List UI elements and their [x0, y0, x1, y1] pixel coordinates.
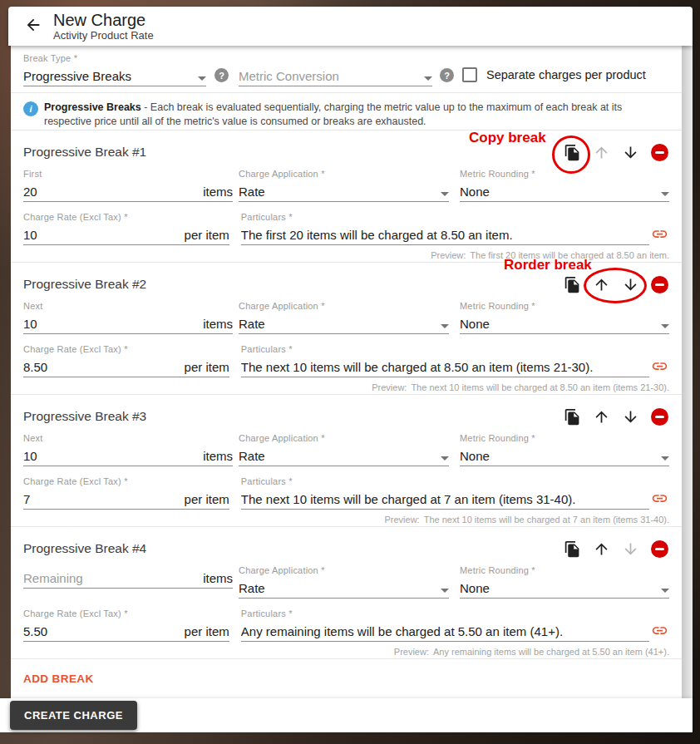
copy-break-button[interactable] [562, 406, 582, 426]
metric-conversion-field: Metric Conversion [239, 53, 432, 86]
link-icon [651, 225, 668, 243]
break-type-help-icon[interactable]: ? [214, 68, 229, 82]
chevron-down-icon [424, 76, 432, 81]
preview-text: Preview:The first 20 items will be charg… [23, 250, 669, 260]
add-break-button[interactable]: ADD BREAK [23, 673, 94, 685]
scrollbar-track[interactable] [682, 46, 693, 698]
arrow-up-icon [593, 540, 610, 558]
separate-charges-checkbox[interactable] [462, 67, 477, 82]
charge-application-select[interactable]: Rate [239, 580, 449, 599]
page-title: New Charge [53, 11, 154, 29]
per-item-suffix: per item [185, 492, 229, 506]
metric-rounding-value: None [460, 449, 490, 463]
link-particulars-button[interactable] [649, 357, 669, 375]
metric-rounding-value: None [460, 185, 490, 199]
info-icon: i [23, 101, 38, 116]
metric-conversion-select[interactable]: Metric Conversion [239, 68, 432, 86]
metric-rounding-value: None [460, 317, 490, 331]
move-break-up-button[interactable] [591, 142, 611, 162]
remove-circle-icon [651, 144, 668, 161]
break-title: Progressive Break #3 [23, 409, 146, 424]
break-type-select[interactable]: Progressive Breaks [23, 68, 206, 86]
qty-input[interactable]: Remaining [23, 571, 83, 585]
create-charge-button[interactable]: CREATE CHARGE [10, 701, 137, 730]
separate-charges-checkbox-row[interactable]: Separate charges per product [462, 67, 646, 82]
break-actions [562, 406, 669, 426]
qty-suffix: items [203, 185, 233, 199]
copy-break-button[interactable] [562, 539, 582, 559]
metric-rounding-select[interactable]: None [460, 184, 669, 202]
link-icon [651, 490, 668, 507]
qty-input[interactable]: 20 [23, 185, 37, 199]
particulars-input[interactable]: Any remaining items will be charged at 5… [241, 624, 563, 638]
charge-rate-input[interactable]: 7 [23, 492, 30, 506]
remove-break-button[interactable] [649, 539, 669, 559]
metric-rounding-select[interactable]: None [460, 580, 669, 599]
link-particulars-button[interactable] [649, 621, 669, 639]
metric-rounding-select[interactable]: None [460, 448, 669, 466]
particulars-input[interactable]: The next 10 items will be charged at 8.5… [241, 360, 594, 374]
copy-icon [564, 408, 581, 426]
metric-conversion-placeholder: Metric Conversion [239, 69, 339, 83]
particulars-label: Particulars * [241, 344, 650, 354]
charge-application-select[interactable]: Rate [239, 316, 449, 334]
remove-break-button[interactable] [649, 274, 669, 294]
qty-field-label: Next [23, 301, 233, 311]
copy-break-button[interactable] [562, 142, 582, 162]
chevron-down-icon [661, 589, 669, 593]
metric-conversion-help-icon[interactable]: ? [440, 68, 454, 82]
move-break-up-button[interactable] [591, 406, 611, 426]
move-break-down-button[interactable] [620, 142, 640, 162]
particulars-input[interactable]: The first 20 items will be charged at 8.… [241, 228, 513, 242]
charge-application-value: Rate [239, 449, 265, 463]
qty-field-label: First [23, 169, 233, 179]
progressive-break-section: Progressive Break #2 [11, 262, 682, 394]
move-break-down-button[interactable] [620, 539, 640, 559]
copy-icon [564, 144, 581, 161]
qty-input[interactable]: 10 [23, 317, 37, 331]
particulars-input[interactable]: The next 10 items will be charged at 7 a… [241, 492, 576, 506]
metric-rounding-select[interactable]: None [460, 316, 669, 334]
info-banner-bold: Progressive Breaks [44, 101, 141, 113]
preview-body: The next 10 items will be charged at 8.5… [411, 382, 669, 392]
chevron-down-icon [661, 324, 669, 328]
move-break-up-button[interactable] [591, 539, 611, 559]
charge-rate-label: Charge Rate (Excl Tax) * [23, 344, 229, 354]
charge-application-select[interactable]: Rate [239, 448, 449, 466]
remove-circle-icon [651, 408, 668, 426]
back-button[interactable] [17, 10, 50, 43]
link-icon [651, 357, 668, 375]
charge-rate-label: Charge Rate (Excl Tax) * [23, 476, 229, 486]
link-particulars-button[interactable] [649, 489, 669, 507]
copy-icon [564, 276, 581, 293]
charge-rate-label: Charge Rate (Excl Tax) * [23, 609, 229, 618]
preview-prefix: Preview: [372, 382, 407, 392]
copy-break-button[interactable] [562, 274, 582, 294]
move-break-down-button[interactable] [620, 274, 640, 294]
charge-application-label: Charge Application * [239, 169, 449, 179]
link-particulars-button[interactable] [649, 224, 669, 243]
break-title: Progressive Break #2 [23, 277, 146, 292]
remove-break-button[interactable] [649, 142, 669, 162]
chevron-down-icon [441, 456, 449, 461]
progressive-break-section: Progressive Break #4 [11, 526, 682, 658]
charge-rate-input[interactable]: 5.50 [23, 624, 47, 638]
qty-field-label: Next [23, 433, 233, 443]
preview-prefix: Preview: [385, 515, 420, 525]
charge-application-select[interactable]: Rate [239, 184, 449, 202]
dialog-footer: CREATE CHARGE [0, 698, 693, 732]
remove-break-button[interactable] [649, 406, 669, 426]
charge-rate-input[interactable]: 10 [23, 228, 37, 242]
charge-rate-input[interactable]: 8.50 [23, 360, 47, 374]
move-break-up-button[interactable] [591, 274, 611, 294]
separate-charges-label: Separate charges per product [486, 68, 646, 81]
remove-circle-icon [651, 540, 668, 558]
arrow-up-icon [593, 144, 610, 161]
move-break-down-button[interactable] [620, 406, 640, 426]
progressive-break-section: Progressive Break #1 [11, 130, 682, 262]
arrow-down-icon [622, 276, 639, 293]
arrow-down-icon [622, 144, 639, 161]
remove-circle-icon [651, 276, 668, 293]
qty-input[interactable]: 10 [23, 449, 37, 463]
add-break-row: ADD BREAK [11, 658, 682, 698]
